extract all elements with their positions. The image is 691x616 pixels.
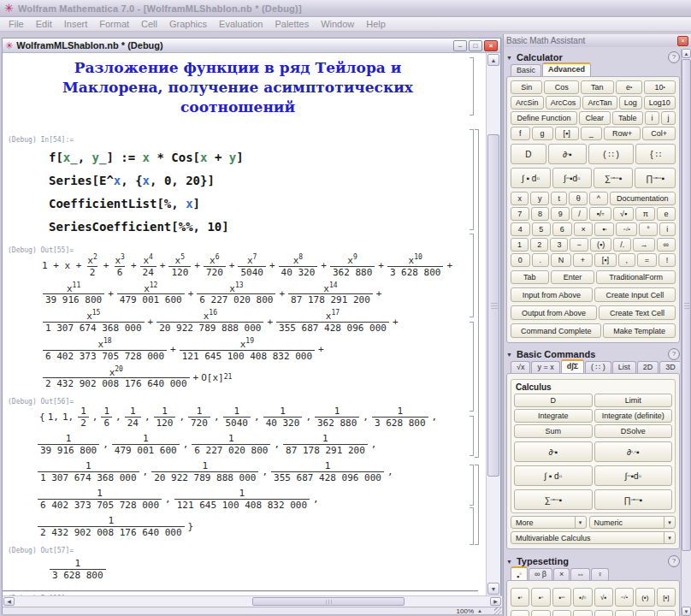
typesetting-button[interactable]: ▫√▪ xyxy=(615,588,634,607)
typesetting-button[interactable]: ∣▪∣ xyxy=(635,610,654,616)
palette-button[interactable]: 8 xyxy=(531,207,550,221)
palette-button[interactable]: π xyxy=(635,207,655,221)
menu-palettes[interactable]: Palettes xyxy=(269,18,315,30)
scroll-up-icon[interactable]: ▲ xyxy=(487,54,499,66)
palette-button[interactable]: ∫▫▫ ▪d▫ xyxy=(552,168,592,188)
palette-button[interactable]: N xyxy=(551,253,571,267)
palette-button[interactable]: ^ xyxy=(589,192,607,205)
palette-button[interactable]: [▪] xyxy=(555,127,579,140)
magnification-control[interactable]: 100% ▲ xyxy=(457,607,482,615)
palette-tab[interactable]: ( ∷ ) xyxy=(585,361,611,374)
palette-button[interactable]: ∏▫=▫▫ ▪ xyxy=(594,489,673,510)
palette-button[interactable]: ArcCos xyxy=(546,96,582,110)
palette-tab[interactable]: List xyxy=(612,361,636,374)
dropdown-numeric[interactable]: Numeric▾ xyxy=(589,516,676,529)
typesetting-button[interactable]: ▪▫ xyxy=(511,588,529,607)
palette-button[interactable]: Sum xyxy=(514,424,593,438)
palette-button[interactable]: √▪ xyxy=(613,207,635,221)
scrollbar-thumb[interactable] xyxy=(682,59,691,551)
palette-button[interactable]: _ xyxy=(581,127,602,140)
palette-button[interactable]: − xyxy=(570,238,588,252)
resize-grip-icon[interactable] xyxy=(494,607,501,614)
palette-button[interactable]: Create Text Cell xyxy=(599,305,676,320)
menu-window[interactable]: Window xyxy=(315,18,360,30)
cell-bracket[interactable] xyxy=(470,507,474,545)
palette-button[interactable]: ArcTan xyxy=(582,96,617,110)
palette-button[interactable]: 6 xyxy=(552,222,572,236)
palette-button[interactable]: Command Complete xyxy=(511,323,601,338)
palette-button[interactable]: ∞ xyxy=(657,238,676,252)
palette-button[interactable]: Integrate xyxy=(514,409,593,423)
palette-button[interactable]: 3 xyxy=(550,238,568,252)
palette-button[interactable]: j xyxy=(661,111,676,125)
output-cell-55[interactable]: 1 + x +x22+x36+x424+x5120+x6720+x75040+x… xyxy=(42,254,476,389)
palette-tab[interactable]: d∫Σ xyxy=(561,359,584,374)
scroll-left-icon[interactable]: ◀ xyxy=(3,597,15,606)
palette-tab[interactable]: Advanced xyxy=(542,62,591,77)
scroll-down-icon[interactable]: ▼ xyxy=(487,583,499,595)
menu-insert[interactable]: Insert xyxy=(58,18,94,30)
palette-button[interactable]: , xyxy=(618,253,635,267)
palette-button[interactable]: Log10 xyxy=(644,96,676,110)
palette-tab[interactable]: ⇔ xyxy=(570,568,590,581)
palette-button[interactable]: Limit xyxy=(594,394,673,407)
palette-vertical-scrollbar[interactable]: ▲ ▼ xyxy=(681,49,691,616)
typesetting-button[interactable]: ▪/▫ xyxy=(573,588,592,607)
palette-button[interactable]: . xyxy=(532,253,549,267)
palette-button[interactable]: Enter xyxy=(551,270,595,284)
palette-button[interactable]: Table xyxy=(612,111,644,125)
palette-button[interactable]: f xyxy=(511,127,530,140)
typesetting-button[interactable]: ⟨▪⟩ xyxy=(657,610,676,616)
scroll-right-icon[interactable]: ▶ xyxy=(490,597,501,606)
scrollbar-thumb[interactable] xyxy=(252,597,405,606)
help-icon[interactable]: ? xyxy=(668,51,680,63)
palette-button[interactable]: 2 xyxy=(530,238,548,252)
palette-tab[interactable]: 3D xyxy=(659,361,680,374)
palette-button[interactable]: 10▪ xyxy=(644,80,676,94)
palette-button[interactable]: Output from Above xyxy=(511,305,597,320)
palette-button[interactable]: 4 xyxy=(511,222,530,236)
typesetting-button[interactable]: ▪̂ xyxy=(615,610,634,616)
palette-button[interactable]: ∂▫ ▪ xyxy=(548,144,587,164)
palette-button[interactable]: Cos xyxy=(544,80,578,94)
section-header-calculator[interactable]: ▼ Calculator ? xyxy=(506,50,680,64)
menu-format[interactable]: Format xyxy=(93,18,135,30)
palette-button[interactable]: Tab xyxy=(511,270,549,284)
palette-button[interactable]: Tan xyxy=(581,80,614,94)
typesetting-button[interactable]: ▪̤̈ xyxy=(552,610,571,616)
palette-button[interactable]: + xyxy=(573,253,593,267)
help-icon[interactable]: ? xyxy=(668,555,680,567)
palette-button[interactable]: ∑▫=▫▫ ▪ xyxy=(514,489,593,510)
notebook-content[interactable]: Разложение функции в ряд Тейлора и Макло… xyxy=(3,53,500,595)
palette-button[interactable]: /. xyxy=(613,238,631,252)
palette-button[interactable]: ! xyxy=(659,253,676,267)
typesetting-button[interactable]: ▪⃗ xyxy=(573,610,592,616)
notebook-titlebar[interactable]: ✳ WolframMLShablon.nb * (Debug) – □ × xyxy=(3,38,500,53)
palette-close-icon[interactable]: × xyxy=(677,36,688,46)
palette-button[interactable]: Log xyxy=(619,96,642,110)
palette-button[interactable]: ▫√▪ xyxy=(616,222,637,236)
palette-button[interactable]: Clear xyxy=(579,111,611,125)
close-button[interactable]: × xyxy=(484,40,498,51)
palette-button[interactable]: ° xyxy=(639,222,657,236)
palette-button[interactable]: ∂▫,▫ ▪ xyxy=(594,441,673,462)
palette-button[interactable]: { ∷ xyxy=(635,144,676,164)
cell-bracket[interactable] xyxy=(470,234,474,317)
palette-tab[interactable]: Basic xyxy=(511,64,541,77)
palette-button[interactable]: Make Template xyxy=(603,323,676,338)
output-cell-57[interactable]: 1 3 628 800 xyxy=(50,558,106,581)
palette-button[interactable]: D xyxy=(511,144,546,164)
collapse-triangle-icon[interactable]: ▼ xyxy=(506,559,512,565)
typesetting-button[interactable]: (▪) xyxy=(635,588,654,607)
palette-button[interactable]: θ xyxy=(569,192,588,205)
menu-edit[interactable]: Edit xyxy=(30,18,58,30)
palette-button[interactable]: ∫▫▫ ▪d▫ xyxy=(594,465,673,486)
palette-button[interactable]: TraditionalForm xyxy=(596,270,676,284)
palette-button[interactable]: / xyxy=(571,207,588,221)
palette-button[interactable]: Documentation xyxy=(610,192,676,205)
palette-button[interactable]: Create Input Cell xyxy=(594,287,676,302)
cell-bracket[interactable] xyxy=(470,416,474,456)
palette-tab[interactable]: × xyxy=(553,568,570,581)
palette-button[interactable]: ∫ ▪ d▫ xyxy=(511,168,551,188)
palette-titlebar[interactable]: Basic Math Assistant × xyxy=(504,34,691,47)
